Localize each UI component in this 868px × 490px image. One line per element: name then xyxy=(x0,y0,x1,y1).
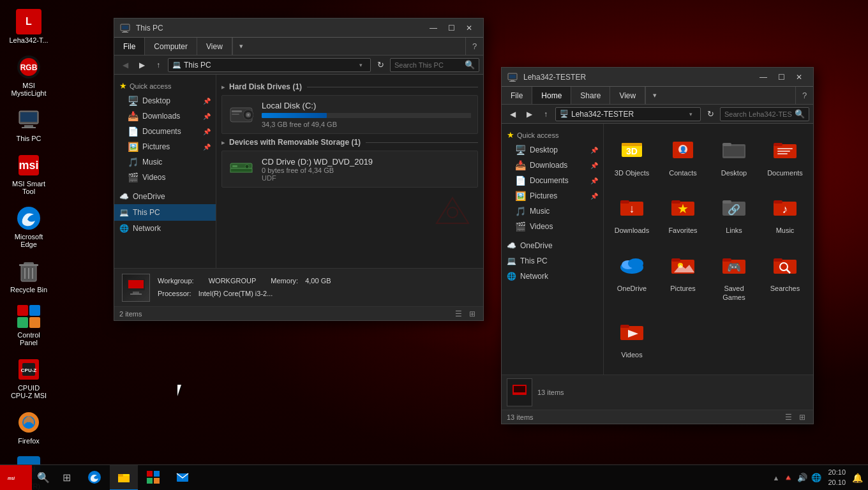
nav-onedrive-1[interactable]: ☁️ OneDrive xyxy=(114,189,216,204)
nav-music-1[interactable]: 🎵 Music xyxy=(114,154,216,170)
taskbar-task-view-btn[interactable]: ⊞ xyxy=(55,465,78,491)
refresh-btn-1[interactable]: ↻ xyxy=(373,58,387,72)
systray-arrow[interactable]: ▲ xyxy=(773,474,780,482)
maximize-btn-2[interactable]: ☐ xyxy=(772,68,790,87)
nav-pictures-1[interactable]: 🖼️ Pictures 📌 xyxy=(114,139,216,154)
close-btn-1[interactable]: ✕ xyxy=(460,19,478,38)
back-btn-2[interactable]: ◀ xyxy=(505,107,520,121)
ribbon-tab-file-2[interactable]: File xyxy=(502,87,532,104)
search-box-2[interactable]: 🔍 xyxy=(720,107,809,121)
up-btn-1[interactable]: ↑ xyxy=(151,58,165,72)
title-bar-1: This PC — ☐ ✕ xyxy=(114,19,483,38)
desktop-icon-cpuid[interactable]: CPU-Z CPUID CPU-Z MSI xyxy=(6,354,51,402)
taskbar-clock[interactable]: 20:10 20.10 xyxy=(824,466,849,489)
nav-music-2[interactable]: 🎵 Music xyxy=(502,204,603,219)
nav-documents-2[interactable]: 📄 Documents 📌 xyxy=(502,173,603,188)
folder-item-videos-folder[interactable]: Videos xyxy=(609,311,655,363)
ribbon-expand-1[interactable]: ▾ xyxy=(232,38,250,55)
view-large-btn-2[interactable]: ⊞ xyxy=(797,412,808,423)
ribbon-tab-computer-1[interactable]: Computer xyxy=(145,38,197,55)
desktop-icon-control-panel[interactable]: Control Panel xyxy=(6,301,51,349)
desktop-icon-msi-mystic[interactable]: RGB MSI MysticLight xyxy=(6,52,51,100)
address-path-2[interactable]: 🖥️ Leha342-TESTER ▾ xyxy=(555,107,701,121)
taskbar-pin-store[interactable] xyxy=(139,465,167,491)
systray-network-icon[interactable]: 🌐 xyxy=(811,473,821,482)
nav-downloads-2[interactable]: 📥 Downloads 📌 xyxy=(502,158,603,173)
forward-btn-2[interactable]: ▶ xyxy=(522,107,536,121)
ribbon-tab-home-2[interactable]: Home xyxy=(532,87,571,104)
cd-drive-d[interactable]: CD Drive (D:) WD_DVD_2019 0 bytes free o… xyxy=(221,151,478,188)
desktop-icon-this-pc[interactable]: This PC xyxy=(6,105,51,145)
desktop-icon-firefox[interactable]: Firefox xyxy=(6,407,51,447)
taskbar-notification-icon[interactable]: 🔔 xyxy=(852,473,863,483)
nav-pictures-2[interactable]: 🖼️ Pictures 📌 xyxy=(502,188,603,204)
svg-point-79 xyxy=(628,258,643,269)
nav-desktop-1[interactable]: 🖥️ Desktop 📌 xyxy=(114,93,216,108)
taskbar-pin-edge[interactable] xyxy=(80,465,108,491)
ribbon-tab-file-1[interactable]: File xyxy=(114,38,145,55)
nav-videos-1[interactable]: 🎬 Videos xyxy=(114,170,216,185)
nav-videos-2[interactable]: 🎬 Videos xyxy=(502,219,603,234)
ribbon-help-2[interactable]: ? xyxy=(795,87,813,104)
desktop-icon-edge[interactable]: Microsoft Edge xyxy=(6,203,51,251)
folder-item-links[interactable]: 🔗 Links xyxy=(711,186,757,239)
nav-this-pc-2[interactable]: 💻 This PC xyxy=(502,253,603,269)
view-details-btn-2[interactable]: ☰ xyxy=(782,412,794,423)
taskbar-pin-mail[interactable] xyxy=(168,465,197,491)
minimize-btn-2[interactable]: — xyxy=(754,68,772,87)
search-icon-1[interactable]: 🔍 xyxy=(465,60,475,70)
forward-btn-1[interactable]: ▶ xyxy=(135,58,149,72)
nav-documents-1[interactable]: 📄 Documents 📌 xyxy=(114,124,216,139)
taskbar-pin-explorer[interactable] xyxy=(110,465,138,491)
local-disk-c[interactable]: Local Disk (C:) 34,3 GB free of 49,4 GB xyxy=(221,95,478,134)
quick-access-header-1[interactable]: ★ Quick access xyxy=(114,78,216,93)
folder-item-favorites[interactable]: ★ Favorites xyxy=(660,186,706,239)
back-btn-1[interactable]: ◀ xyxy=(118,58,132,72)
close-btn-2[interactable]: ✕ xyxy=(790,68,808,87)
ribbon-help-1[interactable]: ? xyxy=(465,38,483,55)
address-path-1[interactable]: 💻 This PC ▾ xyxy=(168,58,371,72)
ribbon-expand-2[interactable]: ▾ xyxy=(645,87,663,104)
ribbon-tab-view-1[interactable]: View xyxy=(197,38,232,55)
refresh-btn-2[interactable]: ↻ xyxy=(703,107,717,121)
folder-item-desktop-folder[interactable]: Desktop xyxy=(711,129,757,181)
nav-network-1[interactable]: 🌐 Network xyxy=(114,221,216,236)
up-btn-2[interactable]: ↑ xyxy=(539,107,553,121)
ribbon-tab-share-2[interactable]: Share xyxy=(571,87,610,104)
search-icon-2[interactable]: 🔍 xyxy=(795,109,805,119)
desktop-icon-leha[interactable]: L Leha342-T... xyxy=(6,6,51,47)
nav-music-label-2: Music xyxy=(530,207,550,216)
nav-onedrive-2[interactable]: ☁️ OneDrive xyxy=(502,238,603,253)
folder-item-pictures-folder[interactable]: Pictures xyxy=(660,244,706,306)
nav-this-pc-1[interactable]: 💻 This PC xyxy=(114,204,216,221)
desktop-icon-msi-smart[interactable]: msi MSI Smart Tool xyxy=(6,150,51,198)
folder-item-3d-objects[interactable]: 3D 3D Objects xyxy=(609,129,655,181)
taskbar-search-btn[interactable]: 🔍 xyxy=(32,465,55,491)
view-details-btn-1[interactable]: ☰ xyxy=(453,308,464,320)
search-input-1[interactable] xyxy=(394,61,462,69)
svg-rect-6 xyxy=(22,127,36,128)
folder-item-onedrive-folder[interactable]: OneDrive xyxy=(609,244,655,306)
folder-item-saved-games[interactable]: 🎮 Saved Games xyxy=(711,244,757,306)
nav-network-2[interactable]: 🌐 Network xyxy=(502,269,603,284)
search-input-2[interactable] xyxy=(724,110,792,118)
nav-desktop-2[interactable]: 🖥️ Desktop 📌 xyxy=(502,142,603,158)
ribbon-tab-view-2[interactable]: View xyxy=(610,87,645,104)
address-dropdown-2[interactable]: ▾ xyxy=(685,107,696,121)
search-box-1[interactable]: 🔍 xyxy=(390,58,479,72)
quick-access-header-2[interactable]: ★ Quick access xyxy=(502,128,603,142)
folder-item-contacts[interactable]: 👤 Contacts xyxy=(660,129,706,181)
minimize-btn-1[interactable]: — xyxy=(424,19,442,38)
folder-item-searches[interactable]: Searches xyxy=(762,244,808,306)
view-large-btn-1[interactable]: ⊞ xyxy=(467,308,478,320)
folder-icon-videos-folder xyxy=(615,315,648,348)
folder-item-downloads-folder[interactable]: ↓ Downloads xyxy=(609,186,655,239)
start-button[interactable]: msi xyxy=(0,465,32,491)
systray-volume[interactable]: 🔊 xyxy=(797,473,807,482)
maximize-btn-1[interactable]: ☐ xyxy=(442,19,460,38)
folder-item-music-folder[interactable]: ♪ Music xyxy=(762,186,808,239)
desktop-icon-recycle-bin[interactable]: Recycle Bin xyxy=(6,256,51,296)
address-dropdown-1[interactable]: ▾ xyxy=(355,58,366,72)
nav-downloads-1[interactable]: 📥 Downloads 📌 xyxy=(114,108,216,124)
folder-item-documents-folder[interactable]: Documents xyxy=(762,129,808,181)
